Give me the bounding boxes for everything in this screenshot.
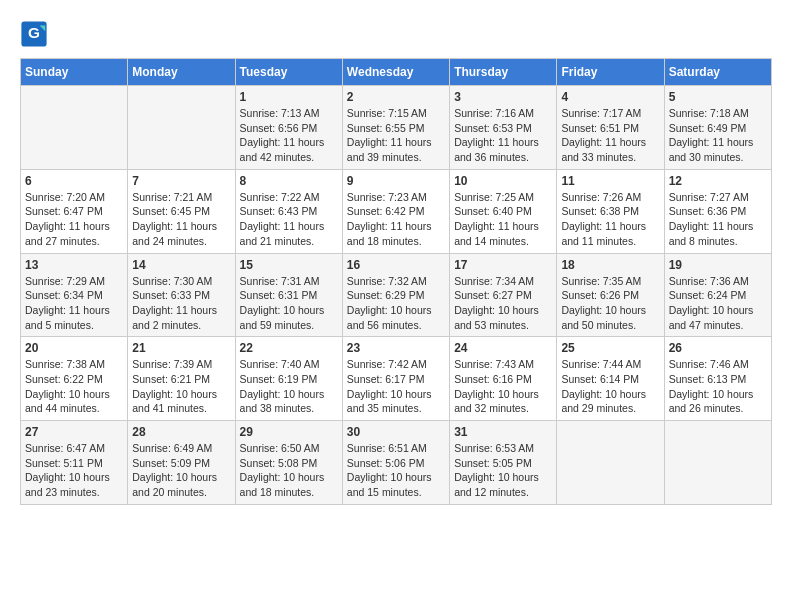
sunrise-text: Sunrise: 7:22 AM bbox=[240, 191, 320, 203]
day-number: 19 bbox=[669, 258, 767, 272]
calendar-table: SundayMondayTuesdayWednesdayThursdayFrid… bbox=[20, 58, 772, 505]
day-number: 7 bbox=[132, 174, 230, 188]
sunset-text: Sunset: 6:40 PM bbox=[454, 205, 532, 217]
sunrise-text: Sunrise: 7:35 AM bbox=[561, 275, 641, 287]
calendar-header: SundayMondayTuesdayWednesdayThursdayFrid… bbox=[21, 59, 772, 86]
day-info: Sunrise: 7:16 AM Sunset: 6:53 PM Dayligh… bbox=[454, 106, 552, 165]
sunset-text: Sunset: 6:55 PM bbox=[347, 122, 425, 134]
daylight-text: Daylight: 11 hours and 36 minutes. bbox=[454, 136, 539, 163]
daylight-text: Daylight: 11 hours and 42 minutes. bbox=[240, 136, 325, 163]
day-header-sunday: Sunday bbox=[21, 59, 128, 86]
sunrise-text: Sunrise: 7:36 AM bbox=[669, 275, 749, 287]
day-number: 28 bbox=[132, 425, 230, 439]
day-info: Sunrise: 7:35 AM Sunset: 6:26 PM Dayligh… bbox=[561, 274, 659, 333]
sunset-text: Sunset: 6:47 PM bbox=[25, 205, 103, 217]
sunrise-text: Sunrise: 7:16 AM bbox=[454, 107, 534, 119]
sunrise-text: Sunrise: 7:42 AM bbox=[347, 358, 427, 370]
day-number: 17 bbox=[454, 258, 552, 272]
header-row: SundayMondayTuesdayWednesdayThursdayFrid… bbox=[21, 59, 772, 86]
day-info: Sunrise: 7:39 AM Sunset: 6:21 PM Dayligh… bbox=[132, 357, 230, 416]
sunrise-text: Sunrise: 6:51 AM bbox=[347, 442, 427, 454]
daylight-text: Daylight: 11 hours and 14 minutes. bbox=[454, 220, 539, 247]
day-info: Sunrise: 7:17 AM Sunset: 6:51 PM Dayligh… bbox=[561, 106, 659, 165]
day-info: Sunrise: 7:46 AM Sunset: 6:13 PM Dayligh… bbox=[669, 357, 767, 416]
daylight-text: Daylight: 10 hours and 29 minutes. bbox=[561, 388, 646, 415]
daylight-text: Daylight: 11 hours and 8 minutes. bbox=[669, 220, 754, 247]
day-header-tuesday: Tuesday bbox=[235, 59, 342, 86]
day-info: Sunrise: 7:22 AM Sunset: 6:43 PM Dayligh… bbox=[240, 190, 338, 249]
day-info: Sunrise: 7:18 AM Sunset: 6:49 PM Dayligh… bbox=[669, 106, 767, 165]
sunrise-text: Sunrise: 7:20 AM bbox=[25, 191, 105, 203]
sunset-text: Sunset: 6:33 PM bbox=[132, 289, 210, 301]
day-info: Sunrise: 7:20 AM Sunset: 6:47 PM Dayligh… bbox=[25, 190, 123, 249]
day-info: Sunrise: 6:49 AM Sunset: 5:09 PM Dayligh… bbox=[132, 441, 230, 500]
sunrise-text: Sunrise: 7:40 AM bbox=[240, 358, 320, 370]
logo-icon: G bbox=[20, 20, 48, 48]
day-info: Sunrise: 7:43 AM Sunset: 6:16 PM Dayligh… bbox=[454, 357, 552, 416]
daylight-text: Daylight: 10 hours and 23 minutes. bbox=[25, 471, 110, 498]
daylight-text: Daylight: 10 hours and 44 minutes. bbox=[25, 388, 110, 415]
day-number: 2 bbox=[347, 90, 445, 104]
sunset-text: Sunset: 5:08 PM bbox=[240, 457, 318, 469]
sunrise-text: Sunrise: 7:13 AM bbox=[240, 107, 320, 119]
day-info: Sunrise: 7:32 AM Sunset: 6:29 PM Dayligh… bbox=[347, 274, 445, 333]
day-cell: 11 Sunrise: 7:26 AM Sunset: 6:38 PM Dayl… bbox=[557, 169, 664, 253]
day-cell: 7 Sunrise: 7:21 AM Sunset: 6:45 PM Dayli… bbox=[128, 169, 235, 253]
day-number: 5 bbox=[669, 90, 767, 104]
sunrise-text: Sunrise: 7:17 AM bbox=[561, 107, 641, 119]
day-cell: 8 Sunrise: 7:22 AM Sunset: 6:43 PM Dayli… bbox=[235, 169, 342, 253]
day-header-monday: Monday bbox=[128, 59, 235, 86]
sunset-text: Sunset: 6:22 PM bbox=[25, 373, 103, 385]
day-cell bbox=[557, 421, 664, 505]
day-info: Sunrise: 7:23 AM Sunset: 6:42 PM Dayligh… bbox=[347, 190, 445, 249]
sunrise-text: Sunrise: 7:31 AM bbox=[240, 275, 320, 287]
sunrise-text: Sunrise: 7:15 AM bbox=[347, 107, 427, 119]
day-info: Sunrise: 7:36 AM Sunset: 6:24 PM Dayligh… bbox=[669, 274, 767, 333]
sunrise-text: Sunrise: 7:25 AM bbox=[454, 191, 534, 203]
sunset-text: Sunset: 6:43 PM bbox=[240, 205, 318, 217]
day-cell: 28 Sunrise: 6:49 AM Sunset: 5:09 PM Dayl… bbox=[128, 421, 235, 505]
day-cell: 18 Sunrise: 7:35 AM Sunset: 6:26 PM Dayl… bbox=[557, 253, 664, 337]
sunrise-text: Sunrise: 6:53 AM bbox=[454, 442, 534, 454]
day-number: 30 bbox=[347, 425, 445, 439]
day-info: Sunrise: 7:42 AM Sunset: 6:17 PM Dayligh… bbox=[347, 357, 445, 416]
daylight-text: Daylight: 10 hours and 20 minutes. bbox=[132, 471, 217, 498]
sunrise-text: Sunrise: 7:26 AM bbox=[561, 191, 641, 203]
day-info: Sunrise: 7:31 AM Sunset: 6:31 PM Dayligh… bbox=[240, 274, 338, 333]
sunrise-text: Sunrise: 6:50 AM bbox=[240, 442, 320, 454]
sunset-text: Sunset: 6:45 PM bbox=[132, 205, 210, 217]
day-number: 31 bbox=[454, 425, 552, 439]
day-number: 18 bbox=[561, 258, 659, 272]
week-row-3: 13 Sunrise: 7:29 AM Sunset: 6:34 PM Dayl… bbox=[21, 253, 772, 337]
daylight-text: Daylight: 11 hours and 5 minutes. bbox=[25, 304, 110, 331]
sunset-text: Sunset: 5:05 PM bbox=[454, 457, 532, 469]
day-info: Sunrise: 6:51 AM Sunset: 5:06 PM Dayligh… bbox=[347, 441, 445, 500]
sunset-text: Sunset: 6:13 PM bbox=[669, 373, 747, 385]
day-cell: 20 Sunrise: 7:38 AM Sunset: 6:22 PM Dayl… bbox=[21, 337, 128, 421]
day-cell: 16 Sunrise: 7:32 AM Sunset: 6:29 PM Dayl… bbox=[342, 253, 449, 337]
day-cell: 23 Sunrise: 7:42 AM Sunset: 6:17 PM Dayl… bbox=[342, 337, 449, 421]
sunrise-text: Sunrise: 7:30 AM bbox=[132, 275, 212, 287]
day-cell: 2 Sunrise: 7:15 AM Sunset: 6:55 PM Dayli… bbox=[342, 86, 449, 170]
day-cell: 24 Sunrise: 7:43 AM Sunset: 6:16 PM Dayl… bbox=[450, 337, 557, 421]
sunrise-text: Sunrise: 7:23 AM bbox=[347, 191, 427, 203]
sunrise-text: Sunrise: 7:38 AM bbox=[25, 358, 105, 370]
daylight-text: Daylight: 10 hours and 12 minutes. bbox=[454, 471, 539, 498]
day-number: 25 bbox=[561, 341, 659, 355]
daylight-text: Daylight: 10 hours and 41 minutes. bbox=[132, 388, 217, 415]
svg-text:G: G bbox=[28, 24, 40, 41]
day-number: 20 bbox=[25, 341, 123, 355]
sunrise-text: Sunrise: 7:34 AM bbox=[454, 275, 534, 287]
day-number: 23 bbox=[347, 341, 445, 355]
sunset-text: Sunset: 6:24 PM bbox=[669, 289, 747, 301]
day-number: 26 bbox=[669, 341, 767, 355]
day-info: Sunrise: 7:30 AM Sunset: 6:33 PM Dayligh… bbox=[132, 274, 230, 333]
day-cell: 17 Sunrise: 7:34 AM Sunset: 6:27 PM Dayl… bbox=[450, 253, 557, 337]
day-number: 27 bbox=[25, 425, 123, 439]
day-header-wednesday: Wednesday bbox=[342, 59, 449, 86]
day-number: 4 bbox=[561, 90, 659, 104]
day-cell: 26 Sunrise: 7:46 AM Sunset: 6:13 PM Dayl… bbox=[664, 337, 771, 421]
daylight-text: Daylight: 11 hours and 27 minutes. bbox=[25, 220, 110, 247]
day-header-saturday: Saturday bbox=[664, 59, 771, 86]
daylight-text: Daylight: 10 hours and 18 minutes. bbox=[240, 471, 325, 498]
